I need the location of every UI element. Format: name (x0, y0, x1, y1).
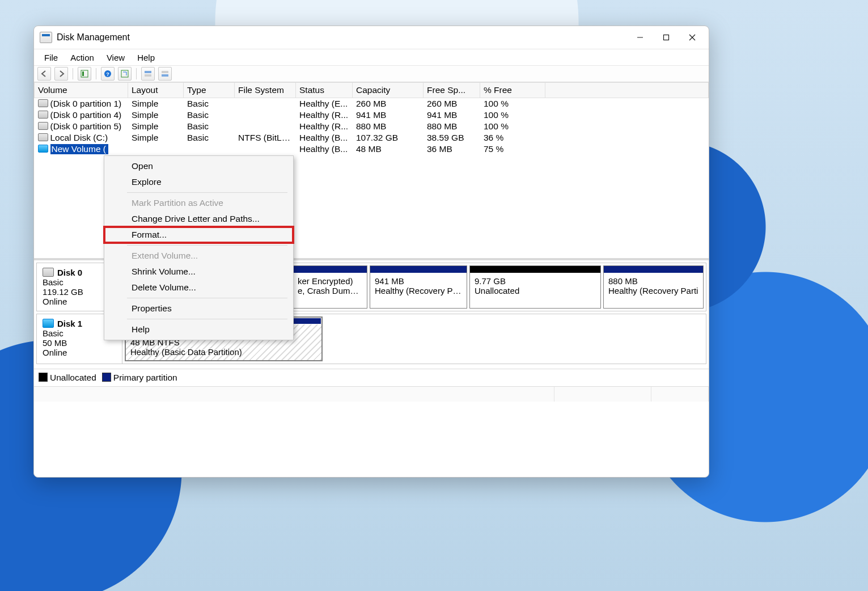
partition[interactable]: 941 MBHealthy (Recovery Part (370, 265, 467, 309)
cell-free: 38.59 GB (424, 132, 480, 143)
table-row[interactable]: (Disk 0 partition 5)SimpleBasicHealthy (… (35, 121, 709, 132)
menu-action[interactable]: Action (65, 52, 100, 64)
disk-1-state: Online (43, 348, 116, 357)
cell-pct: 36 % (480, 132, 545, 143)
partition[interactable]: 9.77 GBUnallocated (469, 265, 601, 309)
volume-table[interactable]: Volume Layout Type File System Status Ca… (34, 82, 709, 155)
svg-rect-9 (145, 71, 151, 73)
svg-rect-12 (162, 74, 168, 77)
ctx-help[interactable]: Help (104, 322, 293, 337)
menu-view[interactable]: View (101, 52, 130, 64)
partition-header (370, 266, 467, 273)
ctx-shrink-volume[interactable]: Shrink Volume... (104, 264, 293, 280)
partition-line3: Healthy (Recovery Part (375, 286, 462, 296)
cell-fs (235, 98, 296, 110)
disk-0-state: Online (43, 297, 100, 306)
close-button[interactable] (679, 28, 705, 47)
cell-free: 880 MB (424, 121, 480, 132)
partition-header (470, 266, 600, 273)
refresh-button[interactable] (118, 67, 132, 81)
ctx-open[interactable]: Open (104, 158, 293, 174)
col-volume[interactable]: Volume (35, 83, 128, 98)
cell-type: Basic (184, 121, 235, 132)
view-top-button[interactable] (141, 67, 155, 81)
col-status[interactable]: Status (296, 83, 353, 98)
toolbar-separator (136, 68, 137, 79)
view-bottom-button[interactable] (158, 67, 172, 81)
ctx-separator (127, 245, 287, 246)
ctx-separator (127, 319, 287, 319)
volume-icon (38, 145, 48, 153)
col-layout[interactable]: Layout (128, 83, 184, 98)
legend-bar: Unallocated Primary partition (34, 369, 709, 386)
col-freespace[interactable]: Free Sp... (424, 83, 480, 98)
col-filesystem[interactable]: File System (235, 83, 296, 98)
cell-type: Basic (184, 109, 235, 121)
ctx-separator (127, 192, 287, 193)
col-capacity[interactable]: Capacity (353, 83, 424, 98)
svg-rect-5 (82, 71, 84, 76)
minimize-button[interactable] (627, 28, 653, 47)
ctx-delete-volume[interactable]: Delete Volume... (104, 280, 293, 296)
cell-volume: (Disk 0 partition 1) (35, 98, 128, 110)
cell-volume: (Disk 0 partition 4) (35, 109, 128, 121)
cell-free: 941 MB (424, 109, 480, 121)
ctx-format[interactable]: Format... (104, 227, 293, 243)
ctx-separator (127, 298, 287, 298)
title-bar: Disk Management (34, 26, 709, 49)
table-row[interactable]: (Disk 0 partition 4)SimpleBasicHealthy (… (35, 109, 709, 121)
col-pctfree[interactable]: % Free (480, 83, 545, 98)
partition-line2: 941 MB (375, 276, 462, 286)
cell-layout (128, 143, 184, 155)
table-row[interactable]: (Disk 0 partition 1)SimpleBasicHealthy (… (35, 98, 709, 110)
menu-bar: File Action View Help (34, 49, 709, 66)
help-button[interactable]: ? (101, 67, 115, 81)
volume-icon (38, 133, 48, 141)
cell-type: Basic (184, 132, 235, 143)
volume-icon (38, 99, 48, 107)
cell-capacity: 941 MB (353, 109, 424, 121)
ctx-explore[interactable]: Explore (104, 174, 293, 190)
cell-status: Healthy (B... (296, 132, 353, 143)
volume-icon (38, 111, 48, 119)
cell-capacity: 880 MB (353, 121, 424, 132)
disk-icon (43, 268, 54, 277)
ctx-properties[interactable]: Properties (104, 301, 293, 316)
cell-layout: Simple (128, 109, 184, 121)
table-header-row[interactable]: Volume Layout Type File System Status Ca… (35, 83, 709, 98)
svg-text:?: ? (106, 71, 109, 77)
menu-file[interactable]: File (39, 52, 63, 64)
cell-volume: New Volume ( (35, 143, 128, 155)
col-spacer (545, 83, 709, 98)
table-row[interactable]: Local Disk (C:)SimpleBasicNTFS (BitLo...… (35, 132, 709, 143)
back-button[interactable] (37, 67, 51, 81)
swatch-navy-icon (102, 373, 111, 382)
maximize-button[interactable] (653, 28, 679, 47)
show-hide-tree-button[interactable] (78, 67, 91, 81)
cell-layout: Simple (128, 132, 184, 143)
partition-header (293, 266, 367, 273)
cell-capacity: 107.32 GB (353, 132, 424, 143)
table-row[interactable]: New Volume (Healthy (B...48 MB36 MB75 % (35, 143, 709, 155)
partition-line3: Healthy (Recovery Parti (608, 286, 698, 296)
disk-0-size: 119.12 GB (43, 287, 100, 297)
partition-line2: 9.77 GB (475, 276, 596, 286)
cell-type (184, 143, 235, 155)
partition[interactable]: ker Encrypted)e, Crash Dump, Ba (293, 265, 367, 309)
menu-help[interactable]: Help (132, 52, 160, 64)
ctx-change-drive-letter[interactable]: Change Drive Letter and Paths... (104, 211, 293, 227)
cell-layout: Simple (128, 121, 184, 132)
partition[interactable]: 880 MBHealthy (Recovery Parti (603, 265, 704, 309)
svg-rect-1 (664, 35, 669, 40)
partition-header (604, 266, 703, 273)
forward-button[interactable] (54, 67, 68, 81)
cell-free: 260 MB (424, 98, 480, 110)
ctx-mark-active: Mark Partition as Active (104, 195, 293, 211)
window-title: Disk Management (57, 32, 130, 43)
toolbar-separator (96, 68, 96, 79)
col-type[interactable]: Type (184, 83, 235, 98)
cell-status: Healthy (B... (296, 143, 353, 155)
cell-fs (235, 143, 296, 155)
svg-rect-8 (121, 70, 128, 77)
legend-unallocated: Unallocated (39, 373, 96, 383)
